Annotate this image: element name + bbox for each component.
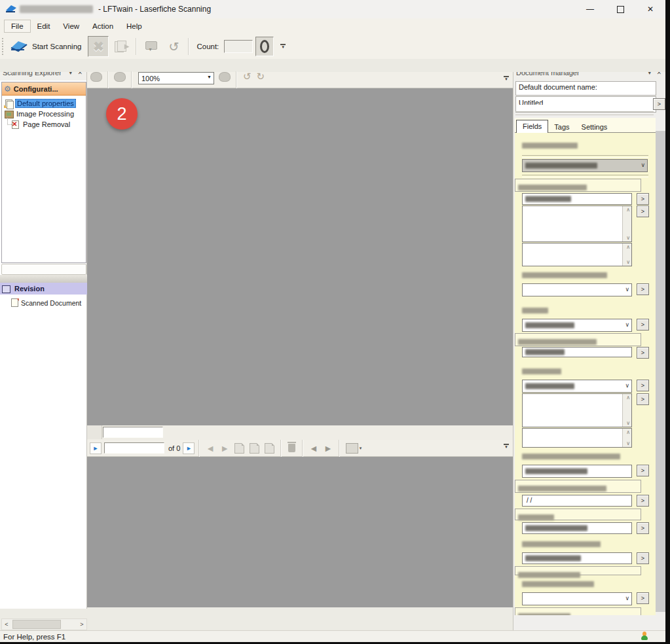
field-more-button[interactable]: > (637, 495, 649, 507)
field-divider (522, 155, 648, 158)
minimize-button[interactable]: — (575, 0, 605, 18)
field-date-input[interactable]: / / (522, 495, 632, 507)
field-more-button[interactable]: > (637, 283, 649, 295)
menu-edit[interactable]: Edit (31, 20, 57, 32)
rescan-page-button[interactable] (265, 443, 274, 454)
field-combo[interactable]: ∨ (522, 380, 632, 393)
rotate-left-button[interactable]: ↺ (243, 72, 251, 81)
tree-item-image-processing[interactable]: Image Processing (2, 109, 86, 119)
dock-pin-close-icons[interactable]: ▾ ✕ (648, 72, 663, 76)
field-text-input[interactable] (522, 193, 632, 205)
field-combo[interactable]: ∨ (522, 592, 632, 605)
field-more-button[interactable]: > (637, 552, 649, 564)
chevron-down-icon: ∨ (625, 321, 629, 328)
insert-page-button[interactable] (250, 443, 259, 454)
field-more-button[interactable]: > (637, 592, 649, 604)
scrollbar-thumb[interactable] (12, 620, 61, 629)
field-more-button[interactable]: > (637, 522, 649, 534)
field-text-input[interactable] (522, 552, 632, 564)
tab-tags[interactable]: Tags (548, 121, 575, 132)
field-combo[interactable]: ∨ (522, 283, 632, 296)
field-text-input[interactable] (522, 465, 632, 478)
tab-settings[interactable]: Settings (576, 121, 614, 132)
maximize-icon (617, 6, 624, 13)
move-page-left-button[interactable]: ◄ (309, 444, 318, 453)
send-pages-button[interactable]: ▶ (111, 37, 131, 56)
rescan-button[interactable]: ↺ (164, 37, 183, 56)
pan-tool-icon[interactable] (219, 72, 231, 82)
field-text-input[interactable] (522, 347, 632, 357)
field-more-button[interactable]: > (637, 347, 649, 359)
new-page-button[interactable] (234, 443, 244, 454)
field-more-button[interactable]: > (637, 465, 649, 476)
count-input[interactable] (224, 40, 253, 53)
view-mode-button[interactable] (346, 443, 358, 454)
viewer-status-input[interactable] (103, 427, 163, 438)
menu-view[interactable]: View (56, 20, 86, 32)
menu-action[interactable]: Action (86, 20, 120, 32)
field-text-input[interactable] (522, 522, 632, 534)
field-more-button[interactable]: > (637, 193, 649, 205)
menu-file[interactable]: File (4, 20, 31, 33)
rotate-right-button[interactable]: ↻ (257, 72, 265, 81)
fields-vertical-scrollbar[interactable] (656, 131, 665, 612)
field-more-button[interactable]: > (637, 206, 649, 217)
scroll-right-icon[interactable]: > (77, 621, 86, 628)
scrollbar-track[interactable] (11, 619, 77, 630)
counter-toggle-button[interactable] (255, 37, 274, 56)
next-page-button[interactable]: ► (220, 444, 229, 453)
start-scanning-button[interactable]: Start Scanning (32, 43, 81, 50)
zoom-tool-icon[interactable] (90, 72, 102, 82)
field-list-box[interactable]: ∧∨ (522, 428, 632, 448)
tab-fields[interactable]: Fields (516, 120, 548, 133)
scroll-down-icon[interactable]: ∨ (626, 235, 630, 241)
scroll-down-icon[interactable]: ∨ (626, 420, 630, 426)
toolbar-overflow-button[interactable]: ▼ (279, 44, 287, 49)
delete-page-button[interactable] (288, 444, 295, 452)
field-more-button[interactable]: > (637, 393, 649, 405)
field-combo[interactable]: ∨ (522, 159, 648, 172)
tree-item-default-properties[interactable]: Default properties (2, 98, 86, 109)
toolbar-grip[interactable] (2, 38, 3, 55)
menu-help[interactable]: Help (120, 20, 149, 32)
scroll-down-icon[interactable]: ∨ (626, 259, 630, 265)
fields-tab-strip: FieldsTagsSettings (515, 118, 656, 133)
revision-item-scanned-document[interactable]: Scanned Document (0, 297, 87, 308)
previous-page-button[interactable]: ◄ (206, 444, 215, 453)
scroll-up-icon[interactable]: ∧ (626, 244, 630, 250)
configuration-title: Configurati... (14, 85, 58, 93)
document-name-input[interactable]: Untitled (515, 96, 656, 113)
toolbar-separator (339, 440, 340, 457)
scroll-up-icon[interactable]: ∧ (626, 429, 630, 435)
cancel-scan-button[interactable]: ✖ (88, 36, 109, 57)
field-list-box[interactable]: ∧∨ (522, 243, 632, 266)
main-toolbar: Start Scanning ✖ ▶ ▾ ↺ Count: ▼ (0, 34, 665, 60)
viewer-toolbar-overflow-button[interactable]: ▼ (502, 76, 510, 81)
first-page-button[interactable]: ► (90, 442, 102, 454)
configuration-header[interactable]: ⚙ Configurati... (2, 82, 86, 96)
chevron-down-icon[interactable]: ▾ (360, 446, 362, 451)
scroll-left-icon[interactable]: < (2, 621, 11, 628)
goto-page-button[interactable]: ► (183, 442, 195, 454)
nav-toolbar-overflow-button[interactable]: ▼ (502, 444, 510, 449)
zoom-level-combo[interactable]: 100%▼ (138, 72, 214, 84)
scroll-down-icon[interactable]: ∨ (626, 440, 630, 446)
field-more-button[interactable]: > (637, 319, 649, 331)
page-number-input[interactable] (104, 442, 164, 454)
field-combo[interactable]: ∨ (522, 319, 632, 332)
move-page-right-button[interactable]: ► (324, 444, 333, 453)
field-list-box[interactable]: ∧∨ (522, 206, 632, 242)
bottom-horizontal-scrollbar[interactable]: < > (1, 618, 87, 630)
scan-options-button[interactable]: ▾ (141, 37, 161, 56)
revision-header[interactable]: Revision (0, 283, 87, 295)
tree-item-page-removal[interactable]: ✕Page Removal (2, 119, 86, 130)
field-list-box[interactable]: ∧∨ (522, 393, 632, 427)
scroll-up-icon[interactable]: ∧ (626, 395, 630, 401)
dock-pin-close-icons[interactable]: ▾ ✕ (69, 72, 84, 76)
maximize-button[interactable] (605, 0, 635, 18)
field-more-button[interactable]: > (637, 380, 649, 391)
scroll-up-icon[interactable]: ∧ (626, 207, 630, 213)
close-button[interactable]: ✕ (635, 0, 665, 18)
zoom-select-icon[interactable] (114, 72, 126, 82)
document-name-more-button[interactable]: > (653, 98, 665, 110)
